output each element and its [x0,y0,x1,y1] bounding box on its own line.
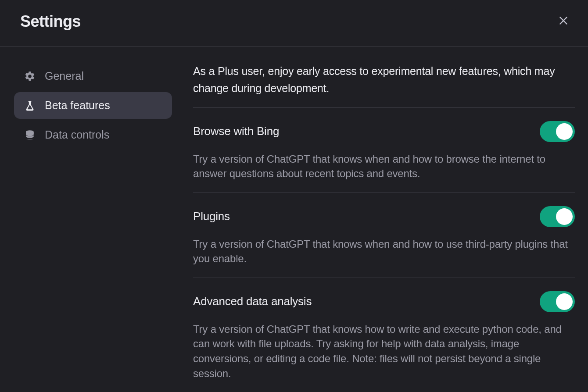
page-title: Settings [20,12,81,31]
settings-body: General Beta features Data controls [0,47,588,392]
main-content: As a Plus user, enjoy early access to ex… [179,63,588,392]
feature-advanced-data-analysis: Advanced data analysis Try a version of … [193,278,575,392]
sidebar-item-label: Beta features [45,99,110,112]
toggle-advanced-data-analysis[interactable] [540,291,575,312]
feature-head: Plugins [193,206,575,227]
feature-head: Browse with Bing [193,121,575,142]
sidebar-item-label: General [45,70,84,82]
close-button[interactable] [556,14,570,29]
feature-title: Advanced data analysis [193,295,312,308]
gear-icon [24,70,36,82]
sidebar: General Beta features Data controls [0,63,179,392]
intro-text: As a Plus user, enjoy early access to ex… [193,63,575,108]
toggle-browse-with-bing[interactable] [540,121,575,142]
close-icon [558,15,569,28]
beaker-icon [24,100,36,112]
feature-plugins: Plugins Try a version of ChatGPT that kn… [193,193,575,278]
feature-head: Advanced data analysis [193,291,575,312]
sidebar-item-label: Data controls [45,128,109,141]
database-icon [24,129,36,141]
feature-browse-with-bing: Browse with Bing Try a version of ChatGP… [193,108,575,193]
feature-description: Try a version of ChatGPT that knows how … [193,322,575,381]
toggle-knob [556,123,573,140]
toggle-knob [556,293,573,310]
toggle-plugins[interactable] [540,206,575,227]
feature-title: Plugins [193,210,230,223]
settings-header: Settings [0,0,588,47]
sidebar-item-general[interactable]: General [14,63,172,89]
sidebar-item-beta-features[interactable]: Beta features [14,92,172,119]
sidebar-item-data-controls[interactable]: Data controls [14,121,172,148]
feature-description: Try a version of ChatGPT that knows when… [193,152,575,181]
toggle-knob [556,208,573,225]
feature-description: Try a version of ChatGPT that knows when… [193,237,575,266]
feature-title: Browse with Bing [193,125,279,138]
